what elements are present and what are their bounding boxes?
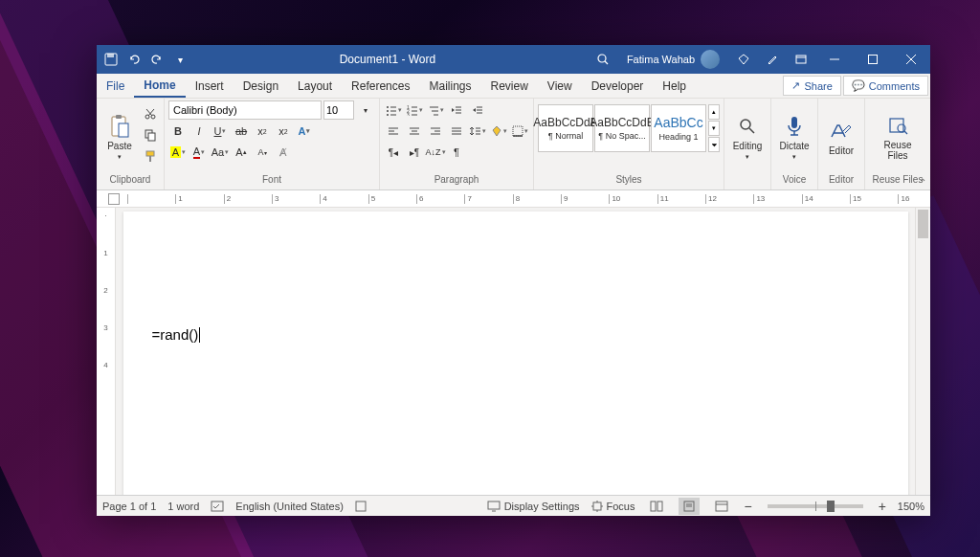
sort-button[interactable]: A↓Z — [426, 143, 445, 162]
page-count[interactable]: Page 1 of 1 — [102, 501, 156, 512]
superscript-button[interactable]: x2 — [274, 122, 293, 141]
page-scroll[interactable]: =rand() — [116, 208, 915, 495]
svg-rect-20 — [149, 156, 151, 162]
document-content[interactable]: =rand() — [152, 326, 199, 343]
tab-selector-icon[interactable] — [108, 193, 120, 205]
change-case-button[interactable]: Aa — [211, 143, 230, 162]
language-label[interactable]: English (United States) — [235, 501, 344, 512]
zoom-level[interactable]: 150% — [898, 501, 924, 512]
bullets-button[interactable] — [384, 100, 403, 120]
shading-button[interactable] — [489, 122, 508, 141]
display-settings-button[interactable]: Display Settings — [487, 501, 580, 512]
tab-mailings[interactable]: Mailings — [419, 74, 480, 98]
vertical-scrollbar[interactable] — [915, 208, 930, 495]
rtl-button[interactable]: ▸¶ — [405, 143, 424, 162]
spell-check-icon[interactable] — [211, 501, 224, 512]
undo-icon[interactable] — [127, 53, 141, 66]
borders-button[interactable] — [510, 122, 529, 141]
dictate-button[interactable]: Dictate ▾ — [775, 100, 813, 173]
font-size-dd-icon[interactable]: ▾ — [356, 100, 375, 120]
editing-button[interactable]: Editing ▾ — [728, 100, 767, 173]
multilevel-button[interactable] — [426, 100, 445, 120]
italic-button[interactable]: I — [189, 122, 209, 141]
svg-rect-19 — [146, 151, 154, 156]
tab-file[interactable]: File — [97, 74, 134, 98]
format-painter-icon[interactable] — [141, 146, 160, 166]
justify-button[interactable] — [447, 122, 466, 141]
cut-icon[interactable] — [141, 104, 160, 123]
search-icon[interactable] — [589, 45, 617, 74]
autosave-icon[interactable] — [104, 53, 118, 66]
vertical-ruler[interactable]: ·1234 — [97, 208, 116, 495]
align-right-button[interactable] — [426, 122, 445, 141]
tab-developer[interactable]: Developer — [582, 74, 654, 98]
bold-button[interactable]: B — [168, 122, 188, 141]
accessibility-icon[interactable] — [355, 501, 367, 512]
pen-icon[interactable] — [758, 45, 787, 74]
minimize-button[interactable] — [815, 45, 854, 74]
line-spacing-button[interactable] — [468, 122, 487, 141]
tab-view[interactable]: View — [538, 74, 582, 98]
zoom-handle[interactable] — [827, 501, 835, 512]
collapse-ribbon-icon[interactable]: ⌃ — [919, 177, 926, 188]
font-color-button[interactable]: A — [189, 143, 209, 162]
font-name-select[interactable] — [168, 100, 322, 120]
numbering-button[interactable]: 123 — [405, 100, 424, 120]
svg-rect-61 — [791, 117, 797, 128]
grow-font-button[interactable]: A▴ — [232, 143, 251, 162]
group-paragraph: 123 ¶◂ — [380, 99, 534, 189]
tab-home[interactable]: Home — [134, 74, 185, 98]
zoom-slider[interactable] — [768, 504, 863, 508]
font-size-select[interactable] — [323, 100, 354, 120]
focus-button[interactable]: Focus — [591, 501, 635, 512]
style-normal[interactable]: AaBbCcDdE ¶ Normal — [538, 104, 593, 152]
horizontal-ruler[interactable]: 1 2 3 4 5 6 7 8 9 10 11 12 13 14 15 16 — [97, 190, 930, 208]
style-down-icon[interactable]: ▾ — [708, 121, 720, 136]
print-layout-icon[interactable] — [679, 498, 700, 515]
show-marks-button[interactable]: ¶ — [447, 143, 466, 162]
share-button[interactable]: ↗ Share — [783, 76, 840, 96]
svg-point-65 — [898, 124, 905, 132]
subscript-button[interactable]: x2 — [253, 122, 272, 141]
style-up-icon[interactable]: ▴ — [708, 104, 720, 120]
style-more-icon[interactable]: ⏷ — [708, 137, 720, 152]
web-layout-icon[interactable] — [711, 498, 732, 515]
ribbon-display-icon[interactable] — [787, 45, 815, 74]
style-no-spacing[interactable]: AaBbCcDdE ¶ No Spac... — [594, 104, 650, 152]
redo-icon[interactable] — [150, 53, 164, 66]
decrease-indent-button[interactable] — [447, 100, 466, 120]
zoom-in-icon[interactable]: + — [879, 499, 886, 514]
paste-button[interactable]: Paste ▾ — [100, 100, 139, 173]
align-left-button[interactable] — [384, 122, 403, 141]
zoom-out-icon[interactable]: − — [744, 499, 751, 514]
editor-button[interactable]: Editor — [822, 100, 860, 173]
maximize-button[interactable] — [854, 45, 892, 74]
diamond-icon[interactable] — [729, 45, 758, 74]
scrollbar-thumb[interactable] — [918, 210, 928, 238]
copy-icon[interactable] — [141, 125, 160, 145]
tab-review[interactable]: Review — [480, 74, 537, 98]
document-page[interactable]: =rand() — [123, 212, 908, 495]
comments-button[interactable]: 💬 Comments — [843, 76, 928, 96]
increase-indent-button[interactable] — [468, 100, 487, 120]
underline-button[interactable]: U — [211, 122, 230, 141]
reuse-files-button[interactable]: Reuse Files — [869, 100, 926, 173]
tab-insert[interactable]: Insert — [186, 74, 234, 98]
tab-layout[interactable]: Layout — [288, 74, 342, 98]
style-heading1[interactable]: AaBbCc Heading 1 — [651, 104, 706, 152]
tab-design[interactable]: Design — [234, 74, 288, 98]
tab-references[interactable]: References — [342, 74, 419, 98]
highlight-button[interactable]: A — [168, 143, 188, 162]
qat-customize-icon[interactable]: ▾ — [173, 53, 187, 66]
word-count[interactable]: 1 word — [167, 501, 199, 512]
text-effects-button[interactable]: A — [295, 122, 314, 141]
ltr-button[interactable]: ¶◂ — [384, 143, 403, 162]
read-mode-icon[interactable] — [646, 498, 667, 515]
user-account[interactable]: Fatima Wahab — [617, 50, 729, 69]
close-button[interactable] — [892, 45, 930, 74]
strike-button[interactable]: ab — [232, 122, 251, 141]
shrink-font-button[interactable]: A▾ — [253, 143, 272, 162]
align-center-button[interactable] — [405, 122, 424, 141]
tab-help[interactable]: Help — [653, 74, 696, 98]
clear-format-button[interactable]: A̸ — [274, 143, 293, 162]
